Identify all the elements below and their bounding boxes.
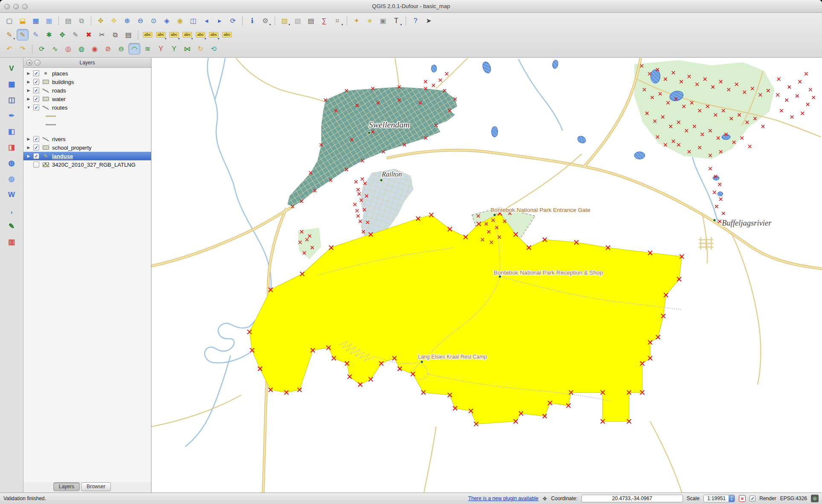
open-attribute-table-button[interactable]: ▤ — [305, 15, 317, 26]
open-project-button[interactable]: ⬓ — [17, 15, 29, 26]
layer-row-routes[interactable]: ▼✓routes — [23, 103, 151, 112]
scale-combobox[interactable]: 1:19951 ▲▼ — [703, 495, 735, 502]
move-feature-button[interactable]: ✥ — [56, 29, 68, 41]
add-vector-layer-button[interactable]: V — [5, 62, 18, 75]
help-button[interactable]: ? — [410, 15, 421, 26]
coordinate-input[interactable] — [581, 495, 683, 502]
layer-visibility-checkbox[interactable] — [33, 162, 39, 168]
expander-icon[interactable]: ▶ — [26, 80, 31, 84]
reshape-features-button[interactable]: ◠ — [128, 43, 140, 55]
zoom-in-button[interactable]: ⊕ — [121, 15, 133, 26]
run-feature-action-button[interactable]: ⚙▾ — [259, 15, 271, 26]
layer-symbol-row[interactable] — [23, 112, 151, 120]
stop-render-icon[interactable]: ✕ — [739, 495, 746, 502]
delete-part-button[interactable]: ⊖ — [115, 43, 127, 55]
delete-ring-button[interactable]: ⊘ — [102, 43, 114, 55]
pan-to-selection-button[interactable]: ✥ — [108, 15, 120, 26]
advanced-digitize-extra-button[interactable]: ⟲ — [208, 43, 220, 55]
label-change-button[interactable]: abc▾ — [181, 29, 193, 41]
add-wcs-layer-button[interactable]: ◍ — [5, 173, 18, 185]
add-oracle-layer-button[interactable]: ◨ — [5, 141, 18, 154]
add-part-button[interactable]: ◍ — [76, 43, 87, 55]
expander-icon[interactable]: ▶ — [26, 154, 31, 158]
zoom-last-button[interactable]: ◂ — [200, 15, 212, 26]
expander-icon[interactable]: ▶ — [26, 97, 31, 101]
layer-row-roads[interactable]: ▶✓roads — [23, 86, 151, 95]
new-project-button[interactable]: ▢ — [3, 15, 15, 26]
layer-visibility-checkbox[interactable]: ✓ — [33, 79, 39, 85]
save-layer-edits-button[interactable]: ✎ — [30, 29, 42, 41]
layer-row-places[interactable]: ▶✓places — [23, 69, 151, 78]
add-postgis-layer-button[interactable]: ◫ — [5, 94, 18, 106]
add-oracle-georaster-layer-button[interactable]: ▥ — [5, 236, 18, 248]
current-edits-button[interactable]: ✎▾ — [3, 29, 15, 41]
label-properties-button[interactable]: abc — [221, 29, 233, 41]
layer-visibility-checkbox[interactable]: ✓ — [33, 136, 39, 142]
scale-stepper-icon[interactable]: ▲▼ — [729, 495, 735, 502]
new-print-composer-button[interactable]: ▤ — [62, 15, 74, 26]
panel-tab-layers[interactable]: Layers — [53, 482, 80, 491]
zoom-full-button[interactable]: ◈ — [161, 15, 173, 26]
measure-line-button[interactable]: ⌗▾ — [331, 15, 343, 26]
plugin-link[interactable]: There is a new plugin available — [468, 495, 538, 501]
delete-selected-button[interactable]: ✖ — [83, 29, 95, 41]
label-show-hide-button[interactable]: abc▾ — [208, 29, 220, 41]
merge-features-button[interactable]: ⋈ — [181, 43, 193, 55]
zoom-next-button[interactable]: ▸ — [214, 15, 226, 26]
minimize-window-button[interactable] — [13, 4, 19, 9]
add-mssql-layer-button[interactable]: ◧ — [5, 125, 18, 138]
deselect-features-button[interactable]: ▧ — [292, 15, 304, 26]
select-features-button[interactable]: ▧▾ — [279, 15, 290, 26]
map-canvas[interactable]: SwellendamRailtonBontebok National Park … — [151, 58, 822, 492]
add-wms-layer-button[interactable]: ◍ — [5, 157, 18, 169]
rotate-feature-button[interactable]: ⟳ — [36, 43, 48, 55]
layer-visibility-checkbox[interactable]: ✓ — [33, 70, 39, 76]
crs-status-icon[interactable]: ⊕ — [811, 495, 819, 502]
paste-features-button[interactable]: ▤ — [122, 29, 134, 41]
add-delimited-text-layer-button[interactable]: , — [5, 204, 18, 217]
layer-row-water[interactable]: ▶✓water — [23, 95, 151, 103]
expander-icon[interactable]: ▼ — [26, 105, 31, 110]
zoom-out-button[interactable]: ⊖ — [134, 15, 146, 26]
fill-ring-button[interactable]: ◉ — [89, 43, 101, 55]
undo-button[interactable]: ↶ — [3, 43, 15, 55]
layer-visibility-checkbox[interactable]: ✓ — [33, 96, 39, 102]
layer-symbol-row[interactable] — [23, 120, 151, 129]
layer-row-school_property[interactable]: ▶✓school_property — [23, 143, 151, 152]
expander-icon[interactable]: ▶ — [26, 145, 31, 150]
split-parts-button[interactable]: Y — [168, 43, 180, 55]
expander-icon[interactable]: ▶ — [26, 137, 31, 141]
save-project-button[interactable]: ▦ — [30, 15, 42, 26]
add-ring-button[interactable]: ◎ — [62, 43, 74, 55]
redo-button[interactable]: ↷ — [17, 43, 29, 55]
new-shapefile-layer-button[interactable]: ✎ — [5, 220, 18, 232]
zoom-to-selection-button[interactable]: ◉ — [174, 15, 186, 26]
close-window-button[interactable] — [4, 4, 10, 9]
zoom-window-button[interactable] — [22, 4, 28, 9]
layer-visibility-checkbox[interactable]: ✓ — [33, 145, 39, 151]
add-spatialite-layer-button[interactable]: ✒ — [5, 110, 18, 122]
map-tips-button[interactable]: ✦ — [351, 15, 363, 26]
label-pin-button[interactable]: abc▾ — [195, 29, 206, 41]
show-bookmarks-button[interactable]: ▣ — [377, 15, 389, 26]
zoom-to-layer-button[interactable]: ◫ — [187, 15, 199, 26]
text-annotation-button[interactable]: T▾ — [390, 15, 402, 26]
add-wfs-layer-button[interactable]: W — [5, 188, 18, 201]
composer-manager-button[interactable]: ⧉ — [76, 15, 87, 26]
layer-labeling-options-button[interactable]: abc — [142, 29, 154, 41]
refresh-map-button[interactable]: ⟳ — [227, 15, 239, 26]
rotate-point-symbols-button[interactable]: ↻ — [195, 43, 206, 55]
copy-features-button[interactable]: ⧉ — [109, 29, 121, 41]
save-project-as-button[interactable]: ▦ — [43, 15, 55, 26]
panel-tab-browser[interactable]: Browser — [81, 482, 111, 491]
add-raster-layer-button[interactable]: ▦ — [5, 78, 18, 90]
pan-map-button[interactable]: ✥ — [95, 15, 107, 26]
layer-visibility-checkbox[interactable]: ✓ — [33, 104, 39, 110]
layer-visibility-checkbox[interactable]: ✓ — [33, 153, 39, 159]
offset-curve-button[interactable]: ≋ — [142, 43, 154, 55]
plugin-icon[interactable]: ❖ — [542, 495, 547, 502]
label-rotate-button[interactable]: abc▾ — [168, 29, 180, 41]
whats-this-button[interactable]: ➤ — [423, 15, 435, 26]
layer-row-3420C_2010_327_RGB_LATLNG[interactable]: 3420C_2010_327_RGB_LATLNG — [23, 160, 151, 169]
panel-close-button[interactable]: ✕ — [26, 60, 32, 66]
